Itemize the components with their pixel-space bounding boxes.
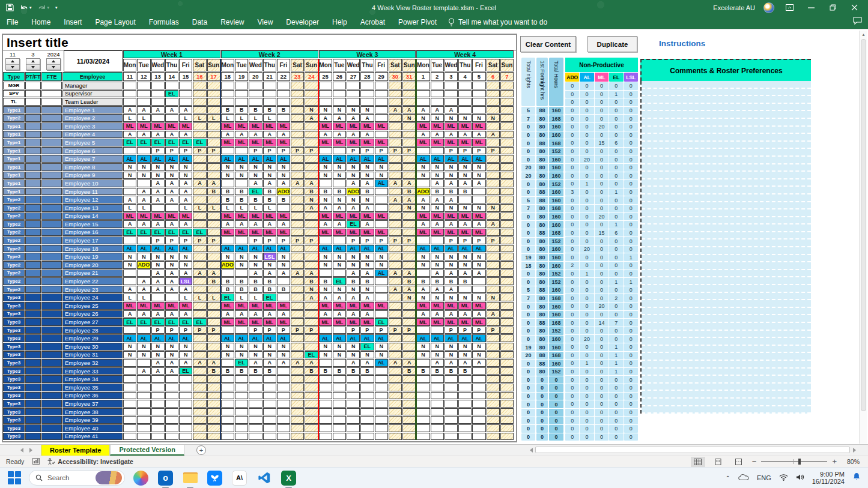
shift-cell[interactable]: ML bbox=[458, 302, 472, 310]
ptft-cell[interactable] bbox=[25, 343, 41, 351]
scroll-left-icon[interactable] bbox=[527, 446, 535, 454]
type-cell[interactable]: Type2 bbox=[3, 220, 25, 228]
totals-value[interactable]: 152 bbox=[549, 368, 563, 376]
shift-cell[interactable] bbox=[333, 416, 346, 424]
shift-cell[interactable]: P bbox=[151, 327, 165, 334]
shift-cell[interactable] bbox=[193, 253, 206, 261]
nonprod-value[interactable]: 6 bbox=[609, 139, 623, 147]
shift-cell[interactable] bbox=[123, 179, 136, 187]
shift-cell[interactable]: A bbox=[193, 359, 206, 367]
shift-cell[interactable]: B bbox=[277, 196, 290, 203]
ptft-cell[interactable] bbox=[25, 212, 41, 220]
nonprod-value[interactable]: 0 bbox=[580, 221, 593, 229]
shift-cell[interactable]: A bbox=[333, 204, 346, 212]
shift-cell[interactable] bbox=[333, 408, 346, 416]
shift-cell[interactable]: N bbox=[458, 172, 472, 179]
employee-name-cell[interactable]: Manager bbox=[62, 82, 123, 89]
totals-value[interactable]: 88 bbox=[536, 139, 548, 147]
shift-cell[interactable] bbox=[333, 375, 346, 383]
shift-cell[interactable] bbox=[500, 334, 514, 342]
shift-cell[interactable]: P bbox=[179, 236, 192, 244]
totals-value[interactable]: 0 bbox=[521, 384, 535, 392]
ptft-cell[interactable] bbox=[25, 122, 41, 130]
shift-cell[interactable]: A bbox=[445, 220, 458, 228]
shift-cell[interactable] bbox=[305, 375, 318, 383]
shift-cell[interactable] bbox=[319, 408, 332, 416]
shift-cell[interactable] bbox=[235, 416, 248, 424]
shift-cell[interactable] bbox=[277, 375, 290, 383]
shift-cell[interactable] bbox=[137, 392, 150, 400]
totals-value[interactable]: 0 bbox=[536, 417, 548, 425]
shift-cell[interactable]: N bbox=[165, 343, 178, 351]
shift-cell[interactable]: ML bbox=[472, 212, 485, 220]
shift-cell[interactable] bbox=[402, 343, 416, 351]
fte-cell[interactable] bbox=[41, 253, 62, 261]
nonprod-value[interactable]: 0 bbox=[595, 425, 609, 433]
shift-cell[interactable] bbox=[445, 98, 458, 106]
totals-value[interactable]: 0 bbox=[521, 368, 535, 376]
shift-cell[interactable]: N bbox=[165, 351, 178, 359]
shift-cell[interactable]: A bbox=[165, 188, 178, 196]
nonprod-value[interactable]: 0 bbox=[624, 352, 638, 360]
nonprod-value[interactable]: 0 bbox=[624, 262, 638, 270]
shift-cell[interactable] bbox=[305, 245, 318, 253]
shift-cell[interactable] bbox=[277, 433, 290, 441]
shift-cell[interactable] bbox=[389, 310, 402, 318]
shift-cell[interactable] bbox=[333, 90, 346, 98]
nonprod-value[interactable]: 20 bbox=[580, 246, 593, 253]
shift-cell[interactable] bbox=[472, 188, 485, 196]
shift-cell[interactable] bbox=[458, 384, 472, 391]
shift-cell[interactable] bbox=[500, 302, 514, 310]
nonprod-value[interactable]: 1 bbox=[609, 352, 623, 360]
shift-cell[interactable] bbox=[305, 172, 318, 179]
shift-cell[interactable] bbox=[137, 424, 150, 432]
totals-value[interactable]: 0 bbox=[521, 131, 535, 139]
account-avatar[interactable] bbox=[763, 2, 774, 13]
shift-cell[interactable]: A bbox=[416, 196, 429, 203]
shift-cell[interactable] bbox=[193, 163, 206, 171]
nonprod-value[interactable]: 1 bbox=[609, 221, 623, 229]
totals-value[interactable]: 88 bbox=[536, 319, 548, 327]
shift-cell[interactable]: N bbox=[333, 286, 346, 294]
shift-cell[interactable]: N bbox=[319, 343, 332, 351]
shift-cell[interactable] bbox=[235, 375, 248, 383]
nonprod-value[interactable]: 0 bbox=[624, 400, 638, 408]
shift-cell[interactable]: EL bbox=[193, 318, 206, 326]
shift-cell[interactable] bbox=[277, 424, 290, 432]
nonprod-value[interactable]: 0 bbox=[624, 384, 638, 392]
employee-name-cell[interactable]: Employee 7 bbox=[62, 155, 123, 163]
shift-cell[interactable] bbox=[263, 433, 276, 441]
shift-cell[interactable]: N bbox=[360, 106, 374, 114]
shift-cell[interactable] bbox=[375, 424, 388, 432]
totals-value[interactable]: 0 bbox=[521, 400, 535, 408]
copilot-icon[interactable] bbox=[133, 471, 148, 486]
shift-cell[interactable] bbox=[389, 122, 402, 130]
shift-cell[interactable] bbox=[193, 212, 206, 220]
shift-cell[interactable]: A bbox=[277, 270, 290, 277]
horizontal-scrollbar[interactable] bbox=[527, 445, 858, 454]
shift-cell[interactable] bbox=[389, 400, 402, 408]
shift-cell[interactable] bbox=[487, 90, 500, 98]
nonprod-value[interactable]: 0 bbox=[595, 155, 609, 163]
shift-cell[interactable]: ML bbox=[333, 229, 346, 236]
shift-cell[interactable] bbox=[500, 139, 514, 146]
accessibility-status[interactable]: Accessibility: Investigate bbox=[47, 458, 133, 465]
totals-value[interactable]: 0 bbox=[521, 433, 535, 441]
notification-bell-icon[interactable] bbox=[852, 472, 861, 483]
shift-cell[interactable]: A bbox=[263, 270, 276, 277]
shift-cell[interactable]: B bbox=[235, 286, 248, 294]
shift-cell[interactable] bbox=[123, 400, 136, 408]
shift-cell[interactable]: A bbox=[305, 294, 318, 301]
comment-row[interactable] bbox=[642, 187, 811, 194]
fte-cell[interactable] bbox=[41, 424, 62, 432]
nonprod-value[interactable]: 0 bbox=[580, 303, 593, 310]
shift-cell[interactable]: ML bbox=[472, 122, 485, 130]
type-cell[interactable]: Type3 bbox=[3, 351, 25, 359]
shift-cell[interactable] bbox=[193, 220, 206, 228]
shift-cell[interactable]: P bbox=[277, 327, 290, 334]
shift-cell[interactable]: AL bbox=[165, 155, 178, 163]
totals-value[interactable]: 0 bbox=[521, 238, 535, 246]
shift-cell[interactable] bbox=[333, 400, 346, 408]
nonprod-value[interactable]: 0 bbox=[565, 425, 579, 433]
shift-cell[interactable]: A bbox=[277, 179, 290, 187]
